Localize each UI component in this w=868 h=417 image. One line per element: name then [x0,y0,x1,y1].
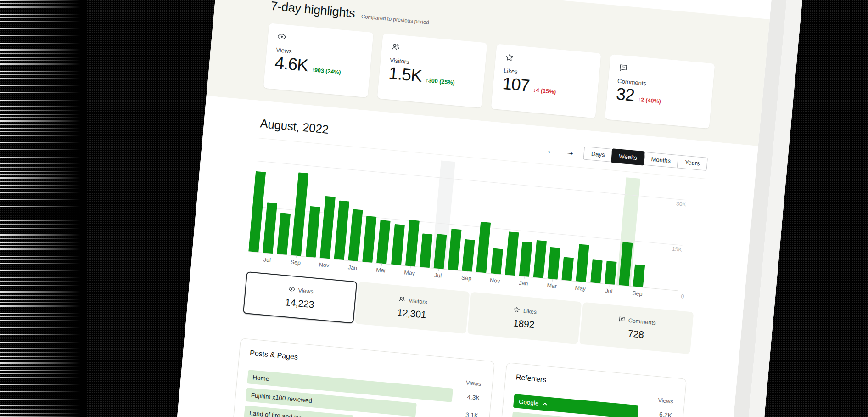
highlight-card-views: Views 4.6K ↑903 (24%) [263,23,374,97]
y-axis-tick-label: 30K [676,200,687,208]
row-views-value: 4.3K [467,393,481,401]
x-axis-tick-label: Nov [490,277,500,284]
chart-bar-dec-18[interactable] [505,231,519,276]
tab-months[interactable]: Months [644,152,678,168]
x-axis-tick [268,253,268,255]
x-axis-tick [353,261,353,263]
trend-badge: ↓2 (40%) [638,96,661,107]
metric-tab-visitors[interactable]: Visitors 12,301 [355,282,470,334]
trend-badge: ↑300 (25%) [425,77,455,89]
star-icon [504,52,591,69]
x-axis-tick [410,266,410,268]
chart-bar-nov-5[interactable] [319,196,335,259]
chart-bar-oct-16[interactable] [476,222,491,273]
chart-bar-dec-6[interactable] [334,201,349,260]
chart-bar-aug-2[interactable] [277,213,291,255]
x-axis-tick [609,284,610,287]
x-axis-tick [495,274,496,276]
referrers-card: Referrers Views Google6.2K [495,362,687,417]
tab-weeks[interactable]: Weeks [610,148,645,165]
row-title: Google [518,398,539,406]
highlights-title: 7-day highlights [270,0,356,21]
highlight-card-value: 107 [502,75,530,95]
highlight-card-visitors: Visitors 1.5K ↑300 (25%) [377,34,487,108]
chart-bar-aug-14[interactable] [448,229,462,270]
x-axis-tick [325,258,325,260]
chart-bar-mar-9[interactable] [377,220,391,264]
chart-bar-may-23[interactable] [576,244,589,282]
metric-tab-likes[interactable]: Likes 1892 [467,292,582,344]
metric-tab-value: 1892 [513,317,535,330]
chart-bar-apr-10[interactable] [391,224,405,265]
posts-and-pages-card: Posts & Pages Views Home4.3KFujifilm x10… [229,338,495,417]
x-axis-tick [467,271,467,274]
chart-bar-sep-27[interactable] [633,265,645,287]
x-axis-tick-label: Jul [605,287,613,294]
chart-bar-jul-1[interactable] [263,203,277,254]
stats-dashboard-screenshot: 7-day highlights Compared to previous pe… [174,0,803,417]
chart-bar-jun-24[interactable] [590,259,602,283]
row-title: Home [252,374,269,382]
period-granularity-tabs: Days Weeks Months Years [583,147,708,171]
x-axis-tick-label: Jul [263,256,271,263]
eye-icon [288,285,296,294]
x-axis-tick-label: Jan [519,280,528,287]
chart-bar-mar-21[interactable] [548,247,560,280]
chart-bar-nov-17[interactable] [491,248,503,274]
x-axis-tick-label: Nov [319,261,329,269]
row-title: Land of fire and ice [249,409,302,417]
metric-tab-value: 12,301 [397,307,426,321]
x-axis-tick [381,264,382,266]
chart-bar-feb-20[interactable] [533,240,547,278]
x-axis-tick-label: Jul [434,272,442,279]
chart-bar-jul-25[interactable] [605,261,616,285]
x-axis-tick-label: Mar [376,267,386,274]
chart-bar-jun-12[interactable] [420,233,433,268]
chart-bar-apr-22[interactable] [562,257,574,281]
chart-bar-feb-8[interactable] [362,216,376,263]
metric-tab-value: 14,223 [285,296,314,310]
x-axis-tick-label: Jan [347,264,357,271]
metric-tab-comments[interactable]: Comments 728 [579,302,694,355]
highlight-card-value: 1.5K [388,64,422,85]
metric-tab-views[interactable]: Views 14,223 [243,271,358,324]
chart-bar-sep-3[interactable] [291,172,308,256]
period-heading: August, 2022 [259,116,329,136]
x-axis-tick-label: May [575,285,586,292]
x-axis-tick-label: Sep [461,275,472,282]
chart-bar-sep-15[interactable] [462,239,475,272]
tab-days[interactable]: Days [584,147,612,162]
chart-bar-jan-19[interactable] [519,242,532,277]
previous-period-arrow[interactable]: ← [546,145,557,155]
x-axis-tick-label: Mar [547,282,557,290]
chevron-up-icon[interactable] [542,401,548,406]
x-axis-tick [581,282,581,284]
tab-years[interactable]: Years [677,155,707,170]
highlight-card-likes: Likes 107 ↓4 (15%) [491,44,601,118]
highlight-card-value: 4.6K [274,54,308,75]
x-axis-tick-label: Sep [632,290,643,297]
x-axis-tick-label: May [404,269,415,276]
scanline-noise-left [0,0,87,417]
metric-tab-label: Views [298,287,314,295]
chart-bar-jan-7[interactable] [348,209,363,261]
chart-bar-may-11[interactable] [405,220,420,267]
eye-icon [277,32,364,49]
metric-tab-value: 728 [627,327,644,340]
x-axis-tick [438,269,439,271]
visitors-icon [391,42,477,59]
metric-tab-label: Likes [523,308,537,316]
highlights-subtitle: Compared to previous period [361,13,430,25]
x-axis-tick [524,276,524,279]
comment-icon [618,315,626,324]
row-views-value: 3.1K [465,411,480,417]
x-axis-tick [296,256,297,258]
trend-badge: ↑903 (24%) [311,67,341,78]
next-period-arrow[interactable]: → [565,147,575,157]
highlight-card-value: 32 [616,85,635,105]
chart-bar-oct-4[interactable] [305,206,320,258]
trend-badge: ↓4 (15%) [532,87,556,97]
chart-bar-jun-0[interactable] [248,171,266,252]
highlight-card-comments: Comments 32 ↓2 (40%) [605,54,715,129]
x-axis-tick [638,287,638,289]
